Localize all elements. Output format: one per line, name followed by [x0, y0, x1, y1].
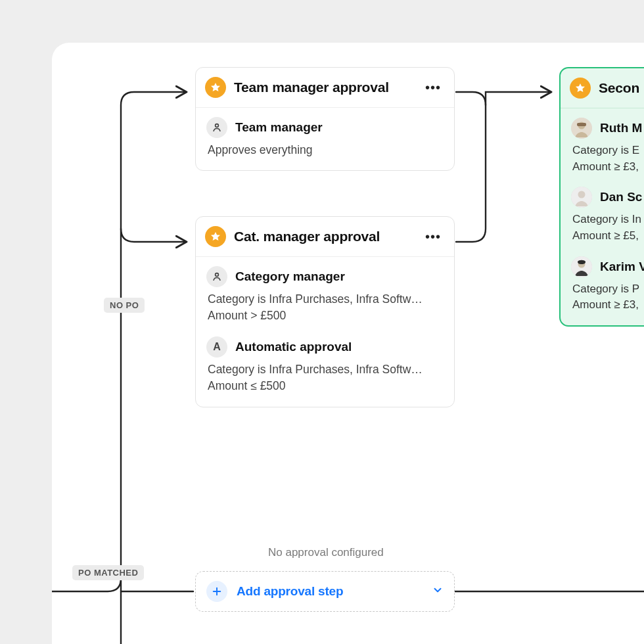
- person-name: Dan Sc: [600, 190, 642, 204]
- star-icon: [205, 226, 226, 247]
- role-name: Category manager: [235, 269, 345, 284]
- rule-text: Category is In: [572, 212, 644, 228]
- person-name: Karim V: [600, 260, 644, 274]
- person-icon: [206, 266, 227, 287]
- card-body: Ruth M Category is E Amount ≥ £3, Dan Sc…: [561, 108, 644, 325]
- role-row: Team manager: [206, 117, 444, 138]
- more-icon[interactable]: •••: [423, 227, 444, 246]
- approval-card-team-manager[interactable]: Team manager approval ••• Team manager A…: [195, 67, 455, 171]
- card-header: Cat. manager approval •••: [196, 217, 454, 257]
- card-header: Team manager approval •••: [196, 68, 454, 108]
- avatar: [571, 118, 592, 139]
- rule-text: Amount > £500: [208, 308, 444, 324]
- star-icon: [205, 77, 226, 98]
- rule-text: Approves everything: [208, 142, 444, 158]
- rule-text: Amount ≥ £3,: [572, 297, 644, 313]
- rule-block: Dan Sc Category is In Amount ≥ £5,: [571, 187, 644, 244]
- rule-block: Ruth M Category is E Amount ≥ £3,: [571, 118, 644, 175]
- person-icon: [206, 117, 227, 138]
- rule-block: A Automatic approval Category is Infra P…: [206, 336, 444, 395]
- svg-point-6: [578, 191, 586, 198]
- svg-rect-4: [577, 123, 586, 126]
- branch-label-po-matched: PO MATCHED: [72, 565, 144, 580]
- rule-text: Category is E: [572, 143, 644, 159]
- role-row: Ruth M: [571, 118, 644, 139]
- workflow-panel: NO PO PO MATCHED Team manager approval •…: [52, 43, 644, 644]
- add-approval-step-button[interactable]: Add approval step: [195, 571, 455, 612]
- svg-point-1: [216, 273, 219, 277]
- branch-label-text: NO PO: [110, 300, 139, 310]
- add-label: Add approval step: [237, 584, 423, 599]
- avatar: [571, 256, 592, 277]
- card-title: Team manager approval: [234, 80, 415, 95]
- avatar: [571, 187, 592, 208]
- role-name: Automatic approval: [235, 340, 352, 354]
- approval-card-category-manager[interactable]: Cat. manager approval ••• Category manag…: [195, 216, 455, 407]
- card-title: Secon: [599, 80, 644, 96]
- card-body: Team manager Approves everything: [196, 108, 454, 170]
- role-row: Karim V: [571, 256, 644, 277]
- rule-block: Category manager Category is Infra Purch…: [206, 266, 444, 325]
- rule-text: Amount ≥ £5,: [572, 228, 644, 244]
- card-header: Secon: [561, 68, 644, 108]
- card-body: Category manager Category is Infra Purch…: [196, 257, 454, 407]
- rule-text: Category is Infra Purchases, Infra Softw…: [208, 361, 444, 378]
- plus-icon: [206, 581, 227, 602]
- role-name: Team manager: [235, 120, 323, 135]
- role-row: Dan Sc: [571, 187, 644, 208]
- rule-text: Amount ≤ £500: [208, 378, 444, 394]
- empty-state-label: No approval configured: [268, 546, 384, 559]
- rule-block: Team manager Approves everything: [206, 117, 444, 158]
- automatic-icon: A: [206, 336, 227, 357]
- card-title: Cat. manager approval: [234, 229, 415, 244]
- rule-text: Category is P: [572, 281, 644, 298]
- branch-label-no-po: NO PO: [104, 298, 145, 313]
- more-icon[interactable]: •••: [423, 78, 444, 97]
- rule-text: Amount ≥ £3,: [572, 159, 644, 175]
- role-row: A Automatic approval: [206, 336, 444, 357]
- branch-label-text: PO MATCHED: [78, 568, 138, 578]
- rule-text: Category is Infra Purchases, Infra Softw…: [208, 291, 444, 308]
- person-name: Ruth M: [600, 121, 642, 135]
- chevron-down-icon: [432, 584, 444, 599]
- rule-block: Karim V Category is P Amount ≥ £3,: [571, 256, 644, 313]
- svg-point-0: [216, 124, 219, 127]
- star-icon: [570, 78, 591, 99]
- approval-card-second[interactable]: Secon Ruth M Category is E Amount ≥ £3,: [559, 67, 644, 327]
- role-row: Category manager: [206, 266, 444, 287]
